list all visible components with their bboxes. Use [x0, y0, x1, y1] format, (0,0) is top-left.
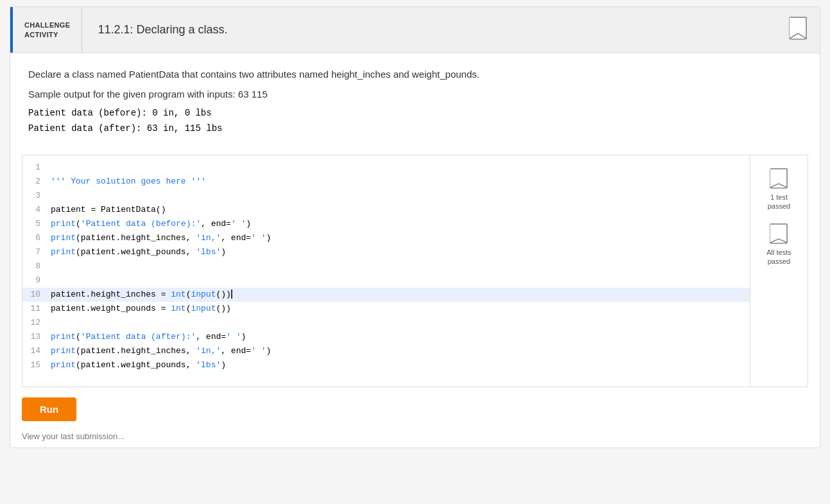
code-line: 15 print(patient.weight_pounds, 'lbs') [22, 358, 750, 372]
description-area: Declare a class named PatientData that c… [10, 53, 820, 143]
challenge-activity-label: CHALLENGEACTIVITY [13, 7, 82, 53]
line-content: print(patient.weight_pounds, 'lbs') [48, 245, 750, 259]
bookmark-icon[interactable] [788, 17, 808, 44]
code-area[interactable]: 1 2 ''' Your solution goes here ''' 3 4 … [22, 155, 750, 387]
line-number: 1 [22, 161, 48, 175]
line-number: 3 [22, 189, 48, 203]
run-button[interactable]: Run [22, 397, 76, 421]
code-line: 2 ''' Your solution goes here ''' [22, 175, 750, 189]
line-content: print('Patient data (after):', end=' ') [48, 330, 750, 344]
code-line: 13 print('Patient data (after):', end=' … [22, 330, 750, 344]
line-number: 4 [22, 203, 48, 217]
line-number: 12 [22, 316, 48, 330]
line-number: 10 [22, 288, 48, 302]
line-number: 13 [22, 330, 48, 344]
code-line: 9 [22, 274, 750, 288]
view-last-submission: View your last submission... [10, 431, 820, 448]
line-number: 6 [22, 231, 48, 245]
code-line: 1 [22, 161, 750, 175]
view-last-label[interactable]: View your last submission... [22, 431, 125, 441]
code-line: 5 print('Patient data (before):', end=' … [22, 217, 750, 231]
header-title: 11.2.1: Declaring a class. [82, 23, 243, 37]
code-line: 12 [22, 316, 750, 330]
line-number: 11 [22, 302, 48, 316]
editor-sidebar: 1 testpassed All testspassed [750, 155, 808, 387]
line-content: print(patient.height_inches, 'in,', end=… [48, 344, 750, 358]
line-number: 5 [22, 217, 48, 231]
code-line: 7 print(patient.weight_pounds, 'lbs') [22, 245, 750, 259]
line-content: print(patient.weight_pounds, 'lbs') [48, 358, 750, 372]
test-badge-all: All testspassed [766, 223, 791, 266]
line-number: 2 [22, 175, 48, 189]
code-lines: 1 2 ''' Your solution goes here ''' 3 4 … [22, 155, 750, 380]
sample-output-label: Sample output for the given program with… [28, 89, 802, 100]
code-line: 3 [22, 189, 750, 203]
code-editor[interactable]: 1 2 ''' Your solution goes here ''' 3 4 … [22, 155, 808, 387]
main-container: CHALLENGEACTIVITY 11.2.1: Declaring a cl… [10, 6, 820, 448]
code-line: 8 [22, 259, 750, 274]
test-badge-1: 1 testpassed [768, 168, 790, 211]
code-line-active[interactable]: 10 patient.height_inches = int(input()) [22, 288, 750, 302]
line-number: 7 [22, 245, 48, 259]
line-number: 15 [22, 358, 48, 372]
line-content: ''' Your solution goes here ''' [48, 175, 750, 189]
line-content: patient = PatientData() [48, 203, 750, 217]
run-area: Run [10, 387, 820, 431]
line-content: print(patient.height_inches, 'in,', end=… [48, 231, 750, 245]
test-badge-all-label: All testspassed [766, 248, 791, 266]
code-line: 6 print(patient.height_inches, 'in,', en… [22, 231, 750, 245]
line-number: 14 [22, 344, 48, 358]
output-line-1: Patient data (before): 0 in, 0 lbs [28, 106, 802, 121]
test-badge-1-label: 1 testpassed [768, 193, 790, 211]
code-line: 11 patient.weight_pounds = int(input()) [22, 302, 750, 316]
line-number: 9 [22, 274, 48, 288]
line-content: patient.height_inches = int(input()) [48, 288, 750, 302]
code-line: 14 print(patient.height_inches, 'in,', e… [22, 344, 750, 358]
description-text: Declare a class named PatientData that c… [28, 69, 802, 80]
line-number: 8 [22, 259, 48, 274]
header: CHALLENGEACTIVITY 11.2.1: Declaring a cl… [10, 7, 820, 53]
output-line-2: Patient data (after): 63 in, 115 lbs [28, 121, 802, 137]
code-line: 4 patient = PatientData() [22, 203, 750, 217]
sample-output: Patient data (before): 0 in, 0 lbs Patie… [28, 106, 802, 137]
line-content: patient.weight_pounds = int(input()) [48, 302, 750, 316]
line-content: print('Patient data (before):', end=' ') [48, 217, 750, 231]
